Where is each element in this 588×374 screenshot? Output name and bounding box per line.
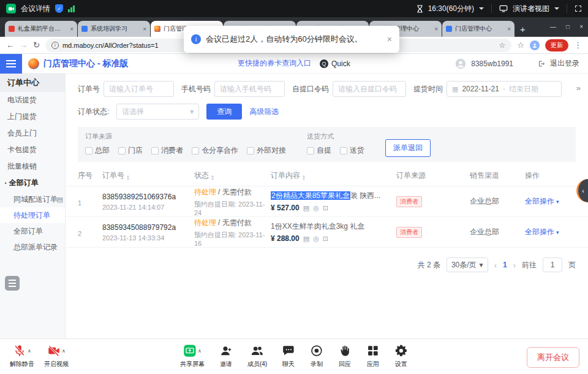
sidebar-item-member-visit[interactable]: 会员上门 [0, 125, 65, 142]
sidebar-item-card-pickup[interactable]: 卡包提货 [0, 142, 65, 158]
leave-meeting-button[interactable]: 离开会议 [527, 347, 579, 368]
hamburger-menu-button[interactable] [0, 54, 22, 74]
search-button[interactable]: 查询 [206, 104, 242, 120]
checkbox-hq[interactable]: 总部 [85, 145, 110, 156]
tab-close-icon[interactable]: × [434, 26, 438, 32]
checkbox-store[interactable]: 门店 [118, 145, 143, 156]
pickup-code-input[interactable] [333, 81, 406, 97]
security-shield-icon[interactable]: ✓ [55, 4, 63, 13]
order-time: 2023-11-13 14:33:34 [102, 234, 194, 242]
tab-close-icon[interactable]: × [143, 26, 146, 32]
coupon-icon[interactable]: ◎ [313, 235, 319, 242]
dispatch-return-button[interactable]: 派单退回 [385, 139, 431, 157]
apps-button[interactable]: 应用 [366, 343, 380, 368]
order-status-select[interactable]: 请选择 ▾ [116, 104, 199, 120]
quick-entry[interactable]: Q Quick [320, 59, 350, 68]
sidebar-section-order-center[interactable]: 订单中心 [0, 74, 65, 92]
table-row[interactable]: 1 83859389251069376a 2023-11-21 14:14:07… [66, 186, 588, 217]
browser-update-button[interactable]: 更新 [545, 39, 568, 52]
start-date-value[interactable]: 2022-11-21 [462, 85, 499, 93]
mic-options-caret-icon[interactable]: ∧ [28, 348, 31, 354]
browser-tab[interactable]: 礼盒果韵平台管理中心 × [5, 21, 77, 37]
tab-close-icon[interactable]: × [70, 26, 74, 32]
thumbnail-icon[interactable]: ▤ [303, 235, 309, 242]
forward-icon[interactable]: → [20, 40, 28, 50]
advanced-filter-link[interactable]: 高级筛选 [249, 107, 279, 117]
checkbox-self-pickup[interactable]: 自提 [307, 145, 331, 156]
order-no-input[interactable] [104, 81, 174, 97]
sidebar-item-pending-orders[interactable]: 待处理订单 [0, 207, 65, 223]
prev-page-icon[interactable]: ‹ [494, 261, 497, 270]
pickup-date-range[interactable]: ▦ 2022-11-21 - 结束日期 [447, 81, 562, 97]
camera-options-caret-icon[interactable]: ∧ [62, 348, 66, 354]
checkbox-delivery[interactable]: 送货 [340, 145, 364, 156]
sort-icon[interactable]: ▲▼ [126, 175, 130, 181]
reactions-button[interactable]: 回应 [338, 343, 352, 368]
chevron-down-icon: ▾ [556, 199, 559, 205]
bookmark-star-icon[interactable]: ☆ [499, 41, 506, 50]
sidebar-group-all-orders[interactable]: ▪ 全部订单 [0, 175, 65, 191]
browser-tab[interactable]: 门店管理中心 × [442, 21, 514, 37]
toast-close-icon[interactable]: × [387, 34, 392, 44]
sidebar-item-hq-dispatch-records[interactable]: 总部派单记录 [0, 239, 65, 255]
share-screen-button[interactable]: ∧ 共享屏幕 [180, 343, 205, 368]
page-size-select[interactable]: 30条/页 ▾ [447, 258, 488, 272]
end-date-placeholder[interactable]: 结束日期 [509, 84, 538, 94]
sidebar-item-door-pickup[interactable]: 上门提货 [0, 109, 65, 125]
next-page-icon[interactable]: › [513, 261, 516, 270]
members-button[interactable]: 成员(4) [247, 343, 267, 368]
phone-input[interactable] [214, 81, 285, 97]
sidebar-item-city-delivery-orders[interactable]: 同城配送订单 ▤ [0, 191, 65, 207]
remark-icon[interactable]: ⊡ [323, 235, 328, 242]
browser-tab[interactable]: 系统培训学习 × [78, 21, 150, 37]
sidebar-item-all-orders[interactable]: 全部订单 [0, 223, 65, 239]
meeting-app-icon[interactable] [6, 4, 16, 13]
new-tab-icon[interactable]: + [515, 21, 530, 37]
timer-dropdown-icon[interactable] [479, 7, 484, 12]
coupon-icon[interactable]: ◎ [313, 204, 319, 212]
invite-button[interactable]: 邀请 [219, 343, 233, 368]
collapse-filters-icon[interactable]: » [576, 83, 581, 93]
sidebar-item-batch-verify[interactable]: 批量核销 [0, 158, 65, 175]
thumbnail-icon[interactable]: ▤ [303, 204, 309, 212]
reload-icon[interactable]: ↻ [33, 40, 40, 50]
window-minimize-icon[interactable]: — [550, 23, 556, 30]
timer-icon [417, 5, 423, 13]
tab-close-icon[interactable]: × [507, 26, 511, 32]
window-close-icon[interactable]: × [579, 23, 583, 30]
chat-button[interactable]: 聊天 [282, 343, 295, 368]
settings-button[interactable]: 设置 [394, 343, 408, 368]
username[interactable]: 8385wb1991 [471, 59, 513, 68]
window-maximize-icon[interactable]: □ [566, 23, 570, 30]
site-info-icon[interactable]: i [51, 42, 59, 49]
sort-icon[interactable]: ▲▼ [302, 175, 306, 181]
row-actions-dropdown[interactable]: 全部操作▾ [525, 227, 588, 237]
sidebar-item-phone-pickup[interactable]: 电话提货 [0, 92, 65, 109]
checkbox-warehouse-coop[interactable]: 仓分享合作 [192, 145, 238, 156]
fullscreen-icon[interactable] [575, 5, 582, 12]
profile-icon[interactable] [530, 40, 540, 50]
network-signal-icon[interactable] [68, 6, 75, 12]
current-page[interactable]: 1 [503, 261, 507, 269]
start-video-button[interactable]: ∧ 开启视频 [44, 343, 69, 368]
pickup-time-label: 提货时间 [413, 84, 443, 94]
remark-icon[interactable]: ⊡ [323, 204, 328, 212]
back-icon[interactable]: ← [6, 40, 14, 50]
unmute-button[interactable]: ∧ 解除静音 [10, 343, 34, 368]
sidebar-dock-icon[interactable]: ▤ [57, 191, 63, 207]
goto-page-input[interactable] [543, 258, 562, 272]
sort-icon[interactable]: ▲▼ [211, 175, 214, 181]
side-panel-icon[interactable]: ☆ [517, 40, 524, 50]
floating-list-tool[interactable] [5, 276, 20, 291]
view-mode-label[interactable]: 演讲者视图 [513, 4, 549, 14]
logout-button[interactable]: 退出登录 [550, 58, 579, 69]
coupon-query-link[interactable]: 更快捷的券卡查询入口 [238, 58, 311, 69]
table-row[interactable]: 2 83859345088979792a 2023-11-13 14:33:34… [66, 217, 588, 248]
checkbox-external[interactable]: 外部对接 [247, 145, 286, 156]
meeting-details-label[interactable]: 会议详情 [21, 4, 50, 14]
share-options-caret-icon[interactable]: ∧ [198, 348, 202, 354]
record-button[interactable]: 录制 [310, 343, 323, 368]
menu-kebab-icon[interactable]: ⋮ [574, 40, 582, 50]
view-dropdown-icon[interactable] [554, 7, 559, 12]
checkbox-consumer[interactable]: 消费者 [151, 145, 183, 156]
